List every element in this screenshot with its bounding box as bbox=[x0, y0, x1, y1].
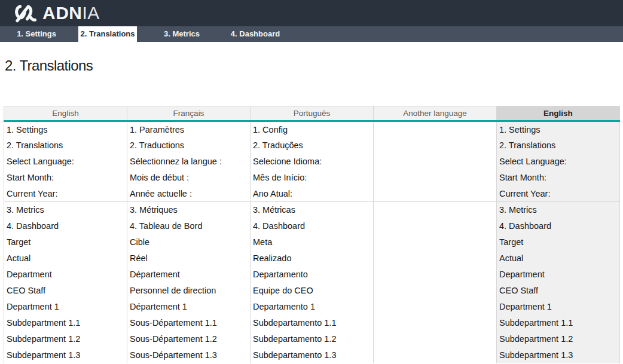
cell-r7-c2[interactable]: Meta bbox=[251, 234, 374, 250]
cell-r5-c1[interactable]: 3. Métriques bbox=[127, 202, 251, 218]
cell-r0-c1[interactable]: 1. Paramètres bbox=[127, 121, 251, 137]
cell-r1-c3[interactable] bbox=[374, 137, 497, 154]
cell-r12-c1[interactable]: Sous-Département 1.1 bbox=[127, 315, 251, 331]
cell-r6-c2[interactable]: 4. Dashboard bbox=[251, 218, 374, 234]
cell-r0-c2[interactable]: 1. Config bbox=[251, 121, 374, 137]
cell-r1-c1[interactable]: 2. Traductions bbox=[127, 137, 251, 154]
cell-r12-c0[interactable]: Subdepartment 1.1 bbox=[4, 315, 127, 331]
cell-r13-c2[interactable]: Subdepartamento 1.2 bbox=[251, 331, 374, 347]
column-header-0[interactable]: English bbox=[4, 106, 127, 121]
cell-r8-c0[interactable]: Actual bbox=[4, 250, 127, 267]
cell-r10-c4[interactable]: CEO Staff bbox=[497, 283, 620, 299]
cell-r4-c4[interactable]: Current Year: bbox=[497, 186, 620, 202]
cell-r11-c2[interactable]: Departamento 1 bbox=[251, 299, 374, 315]
cell-r4-c1[interactable]: Année actuelle : bbox=[127, 186, 251, 202]
table-row-12: Subdepartment 1.1Sous-Département 1.1Sub… bbox=[4, 315, 620, 331]
cell-r0-c4[interactable]: 1. Settings bbox=[497, 121, 620, 137]
cell-r10-c1[interactable]: Personnel de direction bbox=[127, 283, 251, 299]
column-header-4[interactable]: English bbox=[497, 106, 620, 121]
cell-r4-c3[interactable] bbox=[374, 186, 497, 202]
cell-r5-c0[interactable]: 3. Metrics bbox=[4, 202, 127, 218]
translations-table: EnglishFrançaisPortuguêsAnother language… bbox=[4, 106, 620, 363]
cell-r9-c4[interactable]: Department bbox=[497, 267, 620, 283]
cell-r7-c1[interactable]: Cible bbox=[127, 234, 251, 250]
cell-r8-c4[interactable]: Actual bbox=[497, 250, 620, 267]
cell-r12-c4[interactable]: Subdepartment 1.1 bbox=[497, 315, 620, 331]
cell-r2-c4[interactable]: Select Language: bbox=[497, 154, 620, 170]
cell-r14-c3[interactable] bbox=[374, 347, 497, 363]
column-header-3[interactable]: Another language bbox=[374, 106, 497, 121]
cell-r11-c4[interactable]: Department 1 bbox=[497, 299, 620, 315]
cell-r1-c0[interactable]: 2. Translations bbox=[4, 137, 127, 154]
cell-r2-c1[interactable]: Sélectionnez la langue : bbox=[127, 154, 251, 170]
cell-r11-c0[interactable]: Department 1 bbox=[4, 299, 127, 315]
cell-r14-c1[interactable]: Sous-Département 1.3 bbox=[127, 347, 251, 363]
column-header-2[interactable]: Português bbox=[251, 106, 374, 121]
cell-r9-c0[interactable]: Department bbox=[4, 267, 127, 283]
table-row-3: Start Month:Mois de début :Mês de Início… bbox=[4, 170, 620, 186]
cell-r9-c1[interactable]: Département bbox=[127, 267, 251, 283]
cell-r5-c4[interactable]: 3. Metrics bbox=[497, 202, 620, 218]
cell-r11-c1[interactable]: Département 1 bbox=[127, 299, 251, 315]
cell-r10-c3[interactable] bbox=[374, 283, 497, 299]
cell-r14-c4[interactable]: Subdepartment 1.3 bbox=[497, 347, 620, 363]
cell-r5-c2[interactable]: 3. Métricas bbox=[251, 202, 374, 218]
cell-r5-c3[interactable] bbox=[374, 202, 497, 218]
cell-r10-c0[interactable]: CEO Staff bbox=[4, 283, 127, 299]
cell-r13-c1[interactable]: Sous-Département 1.2 bbox=[127, 331, 251, 347]
column-header-1[interactable]: Français bbox=[127, 106, 251, 121]
cell-r7-c3[interactable] bbox=[374, 234, 497, 250]
cell-r1-c4[interactable]: 2. Translations bbox=[497, 137, 620, 154]
cell-r2-c3[interactable] bbox=[374, 154, 497, 170]
cell-r4-c2[interactable]: Ano Atual: bbox=[251, 186, 374, 202]
cell-r14-c2[interactable]: Subdepartamento 1.3 bbox=[251, 347, 374, 363]
cell-r2-c0[interactable]: Select Language: bbox=[4, 154, 127, 170]
cell-r13-c3[interactable] bbox=[374, 331, 497, 347]
cell-r7-c0[interactable]: Target bbox=[4, 234, 127, 250]
cell-r9-c3[interactable] bbox=[374, 267, 497, 283]
tab-dashboard[interactable]: 4. Dashboard bbox=[226, 26, 285, 42]
table-row-1: 2. Translations2. Traductions2. Traduçõe… bbox=[4, 137, 620, 154]
cell-r14-c0[interactable]: Subdepartment 1.3 bbox=[4, 347, 127, 363]
table-row-13: Subdepartment 1.2Sous-Département 1.2Sub… bbox=[4, 331, 620, 347]
cell-r8-c3[interactable] bbox=[374, 250, 497, 267]
adnia-logo: ADNIA bbox=[14, 3, 100, 23]
cell-r12-c2[interactable]: Subdepartamento 1.1 bbox=[251, 315, 374, 331]
cell-r6-c1[interactable]: 4. Tableau de Bord bbox=[127, 218, 251, 234]
cell-r3-c0[interactable]: Start Month: bbox=[4, 170, 127, 186]
tab-translations[interactable]: 2. Translations bbox=[78, 26, 137, 42]
cell-r3-c3[interactable] bbox=[374, 170, 497, 186]
adnia-mark-icon bbox=[14, 4, 37, 23]
cell-r11-c3[interactable] bbox=[374, 299, 497, 315]
cell-r2-c2[interactable]: Selecione Idioma: bbox=[251, 154, 374, 170]
tab-metrics[interactable]: 3. Metrics bbox=[152, 26, 211, 42]
translations-table-container: EnglishFrançaisPortuguêsAnother language… bbox=[4, 106, 620, 363]
cell-r13-c4[interactable]: Subdepartment 1.2 bbox=[497, 331, 620, 347]
table-row-14: Subdepartment 1.3Sous-Département 1.3Sub… bbox=[4, 347, 620, 363]
cell-r7-c4[interactable]: Target bbox=[497, 234, 620, 250]
cell-r13-c0[interactable]: Subdepartment 1.2 bbox=[4, 331, 127, 347]
cell-r3-c2[interactable]: Mês de Início: bbox=[251, 170, 374, 186]
table-header-row: EnglishFrançaisPortuguêsAnother language… bbox=[4, 106, 620, 121]
cell-r8-c2[interactable]: Realizado bbox=[251, 250, 374, 267]
cell-r12-c3[interactable] bbox=[374, 315, 497, 331]
sheet-tab-bar: 1. Settings2. Translations3. Metrics4. D… bbox=[0, 26, 623, 42]
tab-settings[interactable]: 1. Settings bbox=[7, 26, 66, 42]
cell-r8-c1[interactable]: Réel bbox=[127, 250, 251, 267]
cell-r1-c2[interactable]: 2. Traduções bbox=[251, 137, 374, 154]
table-row-9: DepartmentDépartementDepartamentoDepartm… bbox=[4, 267, 620, 283]
cell-r10-c2[interactable]: Equipe do CEO bbox=[251, 283, 374, 299]
cell-r0-c3[interactable] bbox=[374, 121, 497, 137]
cell-r4-c0[interactable]: Current Year: bbox=[4, 186, 127, 202]
page-title: 2. Translations bbox=[5, 57, 93, 74]
table-row-10: CEO StaffPersonnel de directionEquipe do… bbox=[4, 283, 620, 299]
table-row-2: Select Language:Sélectionnez la langue :… bbox=[4, 154, 620, 170]
cell-r6-c3[interactable] bbox=[374, 218, 497, 234]
cell-r6-c4[interactable]: 4. Dashboard bbox=[497, 218, 620, 234]
cell-r3-c1[interactable]: Mois de début : bbox=[127, 170, 251, 186]
cell-r9-c2[interactable]: Departamento bbox=[251, 267, 374, 283]
logo-wordmark: ADNIA bbox=[42, 3, 100, 23]
cell-r6-c0[interactable]: 4. Dashboard bbox=[4, 218, 127, 234]
cell-r0-c0[interactable]: 1. Settings bbox=[4, 121, 127, 137]
cell-r3-c4[interactable]: Start Month: bbox=[497, 170, 620, 186]
